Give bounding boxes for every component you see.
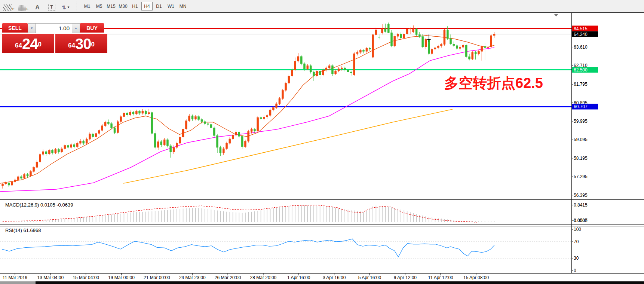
- candle-body: [83, 141, 85, 143]
- candle-body: [129, 112, 131, 115]
- price-axis-label: 59.095: [574, 137, 588, 142]
- volume-increase-button[interactable]: ▲: [72, 23, 80, 33]
- candle-body: [8, 183, 10, 185]
- candle-body: [378, 37, 380, 37]
- price-axis-label: 58.195: [574, 156, 588, 161]
- candle-body: [107, 122, 109, 124]
- volume-input[interactable]: [36, 23, 72, 33]
- candle-body: [201, 119, 203, 121]
- candle-body: [135, 111, 137, 114]
- price-axis-label: 63.610: [574, 45, 588, 50]
- candle-body: [70, 144, 72, 147]
- candle-body: [142, 111, 144, 113]
- candle-body: [194, 117, 196, 119]
- candle-body: [61, 149, 63, 152]
- buy-button[interactable]: BUY: [80, 23, 104, 33]
- candle-body: [123, 113, 125, 117]
- candle-body: [350, 72, 352, 73]
- candle-body: [217, 135, 218, 147]
- candle-body: [111, 123, 113, 128]
- ask-price-panel[interactable]: 64300: [55, 34, 107, 53]
- candle-body: [151, 113, 153, 134]
- candle-body: [248, 131, 249, 141]
- candle-body: [431, 49, 433, 54]
- candle-body: [294, 61, 296, 70]
- rsi-indicator-label: RSI(14) 61.6968: [5, 227, 41, 233]
- candle-body: [76, 143, 78, 147]
- candle-body: [328, 66, 330, 68]
- candle-body: [359, 50, 361, 52]
- ask-price-prefix: 64: [68, 40, 75, 51]
- candle-body: [400, 34, 402, 38]
- price-axis-label: 57.295: [574, 174, 588, 179]
- time-axis-label: 26 Mar 20:00: [215, 275, 241, 280]
- candle-body: [344, 68, 346, 70]
- window-resize-grip[interactable]: [0, 281, 36, 284]
- candle-body: [48, 150, 50, 154]
- rsi-axis-label: 100: [574, 227, 581, 232]
- bid-price-panel[interactable]: 64240: [2, 34, 54, 53]
- bid-price-prefix: 64: [15, 40, 22, 51]
- rsi-axis-label: 30: [574, 256, 579, 261]
- candle-body: [397, 34, 399, 37]
- price-axis-label: 59.995: [574, 119, 588, 124]
- candle-body: [52, 150, 53, 153]
- candle-body: [238, 132, 240, 136]
- candle-body: [154, 134, 156, 147]
- candle-body: [166, 140, 168, 146]
- candle-body: [58, 150, 59, 152]
- candle-body: [163, 140, 165, 145]
- candle-body: [316, 71, 318, 76]
- candle-body: [282, 90, 283, 98]
- candle-body: [313, 72, 315, 76]
- volume-decrease-button[interactable]: ▼: [28, 23, 36, 33]
- candle-body: [372, 35, 374, 57]
- candle-body: [145, 111, 147, 114]
- time-axis-label: 5 Apr 16:00: [358, 275, 381, 280]
- macd-scale-min: -0.0507: [572, 218, 588, 223]
- candle-body: [387, 24, 389, 33]
- candle-body: [117, 122, 119, 133]
- trade-controls-row: SELL ▼ ▲ BUY: [2, 23, 107, 33]
- one-click-trade-widget: SELL ▼ ▲ BUY 64240 64300: [2, 23, 107, 53]
- time-axis-label: 1 Apr 16:00: [287, 275, 310, 280]
- candle-body: [254, 129, 255, 131]
- candle-body: [30, 171, 31, 176]
- candle-body: [120, 117, 122, 122]
- candle-body: [276, 104, 277, 107]
- candle-body: [64, 146, 66, 149]
- candle-body: [487, 47, 489, 48]
- candle-body: [263, 117, 265, 119]
- candle-body: [375, 30, 377, 35]
- candle-body: [406, 29, 408, 34]
- rsi-axis-label: 70: [574, 239, 579, 244]
- candle-body: [307, 66, 309, 69]
- candle-body: [288, 76, 290, 83]
- candle-body: [304, 64, 306, 69]
- time-axis-label: 21 Mar 00:00: [144, 275, 170, 280]
- candle-body: [490, 36, 492, 47]
- candle-body: [472, 52, 473, 59]
- ask-price-sup: 0: [91, 34, 94, 55]
- candle-body: [319, 71, 321, 75]
- candle-body: [322, 70, 324, 75]
- candle-body: [481, 46, 483, 51]
- candle-body: [338, 69, 340, 71]
- candle-body: [104, 122, 106, 126]
- chart-background: [0, 13, 644, 284]
- pivot-line-price-label: 62.500: [574, 67, 588, 73]
- candle-body: [363, 50, 365, 51]
- candle-body: [353, 54, 355, 75]
- candle-body: [188, 116, 190, 121]
- candle-body: [89, 134, 91, 139]
- candle-body: [310, 66, 312, 72]
- sell-button[interactable]: SELL: [2, 23, 28, 33]
- candle-body: [418, 35, 420, 37]
- candle-body: [456, 46, 458, 49]
- candle-body: [437, 46, 439, 48]
- macd-indicator-label: MACD(12,26,9) 0.0105 -0.0639: [5, 202, 73, 208]
- candle-body: [493, 34, 495, 36]
- window-bottom-edge: [0, 281, 644, 284]
- candle-body: [465, 45, 467, 57]
- candle-body: [198, 117, 200, 120]
